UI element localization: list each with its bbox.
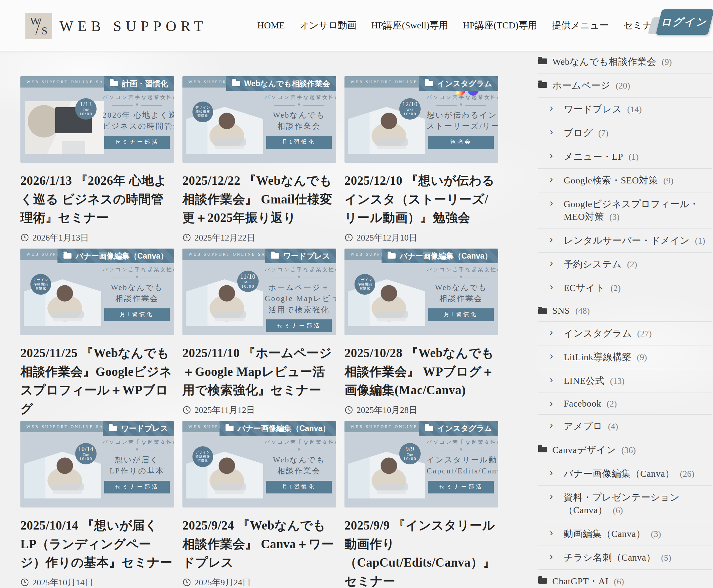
post-thumbnail[interactable]: WEB SUPPORT ONLINE SALON バナー画像編集（Canva） …	[20, 249, 174, 335]
post-date: 2025年12月22日	[183, 232, 336, 244]
sidebar-category[interactable]: › SNS 48	[538, 300, 712, 322]
category-badge-label: バナー画像編集（Canva）	[76, 251, 168, 261]
chevron-right-icon: ›	[550, 126, 553, 137]
post-thumbnail[interactable]: WEB SUPPORT ONLINE SALON バナー画像編集（Canva） …	[344, 249, 498, 335]
post-title[interactable]: 2025/9/9 『インスタリール動画作り（CapCut/Edits/Canva…	[344, 516, 498, 588]
site-logo[interactable]: W S WEB SUPPORT	[25, 13, 207, 39]
login-button[interactable]: ログイン	[652, 9, 711, 35]
sidebar-category-count: 36	[622, 445, 636, 455]
post-title[interactable]: 2026/1/13 『2026年 心地よく巡る ビジネスの時間管理術』セミナー	[20, 171, 174, 227]
sidebar-category-label: レンタルサーバー・ドメイン	[564, 235, 690, 246]
post-date: 2026年1月13日	[20, 232, 174, 244]
sidebar-category-count: 6	[613, 505, 623, 515]
category-badge[interactable]: インスタグラム	[419, 421, 498, 436]
thumbnail-tagline: パソコン苦手な起業女性の	[265, 267, 333, 273]
sidebar-category[interactable]: › ワードプレス 14	[538, 98, 712, 121]
post-thumbnail[interactable]: WEB SUPPORT ONLINE SALON ワードプレス 11/10 Mo…	[183, 249, 336, 335]
sidebar-category[interactable]: › ECサイト 2	[538, 276, 712, 300]
sidebar-category-label: バナー画像編集（Canva）	[564, 468, 675, 479]
folder-icon	[425, 426, 433, 431]
chevron-right-icon: ›	[550, 419, 553, 430]
date-circle: 1/13 Tue 10:00	[75, 98, 97, 120]
sidebar-category[interactable]: › ChatGPT・AI 6	[538, 570, 712, 588]
chevron-right-icon: ›	[550, 281, 553, 292]
sidebar-category[interactable]: › レンタルサーバー・ドメイン 1	[538, 229, 712, 253]
site-title: WEB SUPPORT	[60, 18, 207, 35]
thumbnail-divider: ∨	[427, 104, 496, 107]
chevron-right-icon: ›	[550, 173, 553, 185]
post-card: WEB SUPPORT ONLINE SALON インスタグラム 9/9 Tue…	[344, 421, 498, 588]
category-badge[interactable]: バナー画像編集（Canva）	[219, 421, 336, 436]
sidebar-category[interactable]: › Googleビジネスプロフィール・MEO対策 3	[538, 192, 712, 229]
post-thumbnail[interactable]: WEB SUPPORT ONLINE SALON ワードプレス 10/14 Tu…	[20, 421, 174, 507]
post-thumbnail[interactable]: WEB SUPPORT ONLINE SALON インスタグラム 9/9 Tue…	[344, 421, 498, 507]
clock-icon	[183, 578, 191, 587]
post-title[interactable]: 2025/11/10 『ホームページ＋Google Mapレビュー活用で検索強化…	[183, 344, 336, 400]
sidebar-category[interactable]: › LINE公式 13	[538, 369, 712, 393]
post-thumbnail[interactable]: WEB SUPPORT ONLINE SALON Webなんでも相談作業会 デザ…	[183, 76, 336, 163]
folder-icon	[387, 253, 396, 258]
sidebar-category[interactable]: › メニュー・LP 1	[538, 145, 712, 169]
sidebar-category-count: 2	[610, 283, 621, 293]
folder-icon	[425, 81, 433, 86]
category-badge[interactable]: インスタグラム	[419, 76, 498, 91]
post-thumbnail[interactable]: WEB SUPPORT ONLINE SALON インスタグラム 12/10 W…	[344, 76, 498, 163]
sidebar-category[interactable]: › 資料・プレゼンテーション（Canva） 6	[538, 486, 712, 522]
date-circle-time: 10:00	[79, 111, 92, 116]
category-badge[interactable]: 計画・習慣化	[104, 76, 174, 91]
folder-icon	[538, 59, 547, 64]
nav-link[interactable]: HP講座(TCD)専用	[463, 19, 537, 32]
sidebar-category-count: 1	[628, 152, 638, 162]
category-badge[interactable]: Webなんでも相談作業会	[226, 76, 336, 91]
thumbnail-tagline: パソコン苦手な起業女性の	[265, 439, 333, 445]
thumbnail-tag-button: セミナー部活	[104, 481, 170, 493]
sidebar-category[interactable]: › 動画編集（Canva） 3	[538, 522, 712, 546]
chevron-down-icon: ∨	[297, 275, 301, 278]
post-card: WEB SUPPORT ONLINE SALON インスタグラム 12/10 W…	[344, 76, 498, 249]
chevron-down-icon: ∨	[459, 103, 463, 106]
thumbnail-tag-button: セミナー部活	[428, 481, 494, 493]
sidebar-category[interactable]: › Google検索・SEO対策 9	[538, 169, 712, 192]
sidebar-category-label: インスタグラム	[564, 328, 632, 338]
post-title[interactable]: 2025/10/14 『想いが届く LP（ランディングページ）作りの基本』セミナ…	[20, 516, 174, 572]
thumbnail-divider: ∨	[427, 276, 496, 279]
category-badge[interactable]: バナー画像編集（Canva）	[58, 249, 174, 263]
sidebar-category[interactable]: › ホームページ 20	[538, 74, 712, 98]
post-title[interactable]: 2025/12/10 『想いが伝わるインスタ（ストーリーズ/リール動画）』勉強会	[344, 171, 498, 227]
sidebar-category[interactable]: › インスタグラム 27	[538, 322, 712, 345]
post-thumbnail[interactable]: WEB SUPPORT ONLINE SALON 計画・習慣化 1/13 Tue…	[20, 76, 174, 163]
post-thumbnail[interactable]: WEB SUPPORT ONLINE SALON バナー画像編集（Canva） …	[183, 421, 336, 507]
logo-letter-s: S	[41, 25, 47, 37]
chevron-right-icon: ›	[550, 374, 553, 385]
category-badge[interactable]: ワードプレス	[265, 249, 336, 263]
sidebar-category[interactable]: › Webなんでも相談作業会 9	[538, 50, 712, 74]
sidebar-category[interactable]: › アメブロ 4	[538, 415, 712, 438]
sidebar-category[interactable]: › チラシ名刺（Canva） 5	[538, 546, 712, 570]
nav-link[interactable]: HOME	[257, 20, 285, 31]
sidebar-category[interactable]: › 予約システム 2	[538, 253, 712, 276]
nav-link[interactable]: HP講座(Swell)専用	[371, 19, 448, 32]
sidebar-category[interactable]: › Canvaデザイン 36	[538, 438, 712, 462]
sidebar-category[interactable]: › LitLink導線構築 9	[538, 345, 712, 369]
post-title[interactable]: 2025/9/24 『Webなんでも相談作業会』 Canva＋ワードプレス	[183, 516, 336, 572]
login-label: ログイン	[660, 15, 710, 29]
post-title[interactable]: 2025/10/28 『Webなんでも相談作業会』 WPブログ＋画像編集(Mac…	[344, 344, 498, 400]
sidebar-category-count: 2	[627, 259, 637, 269]
category-badge-label: バナー画像編集（Canva）	[400, 251, 492, 261]
sidebar-category[interactable]: › ブログ 7	[538, 121, 712, 145]
sidebar-category[interactable]: › バナー画像編集（Canva） 26	[538, 462, 712, 486]
post-title[interactable]: 2025/12/22 『Webなんでも相談作業会』 Gmail仕様変更＋2025…	[183, 171, 336, 227]
post-date-text: 2026年1月13日	[33, 232, 89, 244]
thumbnail-text-block: パソコン苦手な起業女性の ∨ Webなんでも 相談作業会 月1習慣化	[103, 267, 171, 321]
clock-icon	[20, 233, 29, 242]
post-date-text: 2025年12月22日	[194, 232, 255, 244]
thumbnail-tagline: パソコン苦手な起業女性の	[103, 94, 171, 101]
category-badge[interactable]: ワードプレス	[103, 421, 174, 436]
nav-link[interactable]: オンサロ動画	[299, 19, 356, 32]
category-badge[interactable]: バナー画像編集（Canva）	[381, 249, 498, 263]
post-title[interactable]: 2025/11/25 『Webなんでも相談作業会』Googleビジネスプロフィー…	[20, 344, 174, 418]
thumbnail-divider: ∨	[265, 276, 333, 279]
nav-link[interactable]: 提供メニュー	[552, 19, 609, 32]
sidebar-category[interactable]: › Facebook 2	[538, 393, 712, 415]
thumbnail-text-block: パソコン苦手な起業女性の ∨ Webなんでも 相談作業会 月1習慣化	[265, 94, 333, 149]
